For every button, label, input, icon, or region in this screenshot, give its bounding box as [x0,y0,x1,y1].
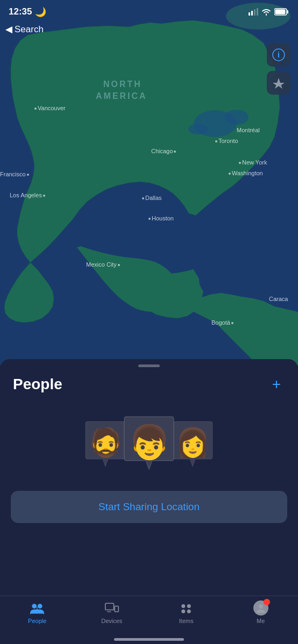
svg-rect-5 [275,10,286,15]
info-button[interactable]: i [267,43,290,67]
people-tab-label: People [28,618,46,624]
city-label-losangeles: Los Angeles [10,192,45,198]
items-tab-label: Items [179,618,194,624]
tab-devices[interactable]: Devices [75,600,150,624]
svg-point-23 [187,604,191,608]
back-chevron-icon: ◀ [5,24,12,35]
tab-items[interactable]: Items [149,600,224,624]
devices-tab-icon [104,600,119,616]
map-container[interactable]: Vancouver Chicago Montréal Toronto New Y… [0,0,298,366]
avatar-emoji-right: 👩 [175,426,210,459]
region-label-north: NORTH [103,80,142,89]
tab-bar: People Devices Items [0,596,298,644]
sheet-title: People [13,376,62,393]
city-label-caracas: Caraca [269,296,288,302]
city-label-mexicocity: Mexico City [86,261,120,268]
tab-me[interactable]: Me [224,600,299,624]
svg-point-17 [38,604,42,609]
svg-rect-3 [257,8,258,16]
map-svg [0,0,298,366]
location-button[interactable] [267,71,290,95]
svg-text:i: i [278,51,280,59]
me-avatar [253,600,268,616]
svg-rect-1 [251,11,253,16]
svg-point-24 [182,610,186,613]
people-tab-icon [30,600,45,616]
avatar-emoji-center: 👦 [129,423,170,462]
city-label-washington: Washington [229,170,263,176]
me-tab-label: Me [257,618,265,624]
clock: 12:35 [9,6,32,17]
region-label-america: AMERICA [96,91,147,101]
status-bar: 12:35 🌙 [0,0,298,24]
map-controls: i [267,43,290,95]
city-label-newyork: New York [239,159,267,166]
city-label-montreal: Montréal [237,127,260,133]
svg-point-16 [32,604,37,609]
svg-rect-2 [254,9,256,16]
svg-point-25 [187,610,191,613]
svg-rect-6 [287,10,289,13]
moon-icon: 🌙 [35,6,46,18]
avatar-center[interactable]: 👦 [120,414,178,475]
signal-icon [249,8,258,16]
back-label: Search [15,24,44,35]
svg-rect-20 [115,606,118,612]
start-sharing-button[interactable]: Start Sharing Location [11,491,287,523]
battery-icon [274,8,289,16]
city-label-chicago: Chicago [151,148,176,154]
add-people-button[interactable]: + [268,376,285,393]
back-button[interactable]: ◀ Search [5,24,44,35]
city-label-houston: Houston [148,215,174,221]
sheet-header: People + [0,367,298,398]
items-tab-icon [179,600,194,616]
tab-people[interactable]: People [0,600,75,624]
city-label-bogota: Bogotá [211,319,233,326]
wifi-icon [261,8,271,16]
svg-rect-0 [249,12,250,16]
svg-point-10 [188,124,208,134]
start-sharing-label: Start Sharing Location [98,501,200,513]
devices-tab-label: Devices [101,618,122,624]
people-avatars: 🧔 👦 👩 [0,414,298,475]
city-label-dallas: Dallas [142,195,162,201]
avatar-emoji-left: 🧔 [88,426,123,459]
city-label-francisco: Francisco [0,171,29,177]
me-notification-badge [264,599,270,605]
status-icons [249,8,289,16]
status-time: 12:35 🌙 [9,6,46,18]
svg-point-22 [182,604,186,608]
city-label-toronto: Toronto [215,138,238,144]
svg-point-26 [259,604,263,609]
city-label-vancouver: Vancouver [34,105,66,111]
home-indicator [114,638,184,641]
svg-rect-19 [105,603,114,610]
me-tab-icon [253,600,268,616]
svg-point-9 [225,110,249,125]
